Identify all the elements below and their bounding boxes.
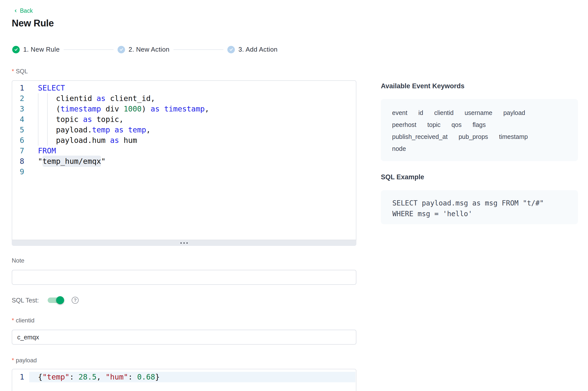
step-check-icon — [118, 46, 125, 53]
line-number: 5 — [12, 125, 29, 135]
payload-code-editor[interactable]: 1{"temp": 28.5, "hum": 0.68} — [12, 369, 356, 391]
event-keyword-item[interactable]: pub_props — [458, 133, 488, 141]
event-keyword-item[interactable]: id — [418, 109, 423, 117]
clientid-field-label: * clientid — [12, 317, 34, 324]
keywords-panel: eventidclientidusernamepayloadpeerhostto… — [381, 99, 578, 161]
code-line[interactable]: 4 topic as topic, — [12, 114, 356, 125]
step-label: 1. New Rule — [23, 46, 60, 53]
code-line[interactable]: 8"temp_hum/emqx" — [12, 156, 356, 167]
chevron-left-icon — [13, 9, 18, 13]
code-line[interactable]: 1SELECT — [12, 83, 356, 93]
code-text: payload.hum as hum — [29, 135, 137, 146]
sql-code-editor[interactable]: 1SELECT2 clientid as client_id,3 (timest… — [12, 80, 356, 240]
event-keyword-item[interactable]: clientid — [434, 109, 454, 117]
keywords-list: eventidclientidusernamepayloadpeerhostto… — [392, 109, 542, 153]
back-link[interactable]: Back — [13, 7, 33, 14]
code-line[interactable]: 2 clientid as client_id, — [12, 93, 356, 104]
line-number: 6 — [12, 135, 29, 146]
sql-test-label: SQL Test: — [12, 297, 39, 304]
clientid-input[interactable] — [12, 330, 356, 345]
sql-example-panel: SELECT payload.msg as msg FROM "t/#"WHER… — [381, 190, 578, 224]
step-check-icon — [227, 46, 235, 53]
line-number: 1 — [12, 372, 29, 382]
code-text — [29, 167, 38, 177]
required-asterisk: * — [12, 68, 14, 75]
step-label: 2. New Action — [129, 46, 169, 53]
code-line[interactable]: 6 payload.hum as hum — [12, 135, 356, 146]
step-item[interactable]: 3. Add Action — [227, 46, 278, 53]
event-keyword-item[interactable]: payload — [503, 109, 525, 117]
step-item[interactable]: 2. New Action — [118, 46, 169, 53]
step-label: 3. Add Action — [238, 46, 278, 53]
code-text: "temp_hum/emqx" — [29, 156, 106, 167]
code-text: payload.temp as temp, — [29, 125, 151, 135]
event-keyword-item[interactable]: event — [392, 109, 407, 117]
note-field-label: Note — [12, 257, 24, 264]
sql-test-row: SQL Test: ? — [12, 296, 79, 304]
event-keyword-item[interactable]: flags — [472, 121, 486, 129]
code-line[interactable]: 5 payload.temp as temp, — [12, 125, 356, 135]
code-text: (timestamp div 1000) as timestamp, — [29, 104, 209, 114]
line-number: 2 — [12, 93, 29, 104]
event-keyword-item[interactable]: username — [464, 109, 492, 117]
payload-field-label: * payload — [12, 357, 37, 364]
help-icon[interactable]: ? — [72, 297, 79, 304]
event-keyword-item[interactable]: peerhost — [392, 121, 416, 129]
line-number: 7 — [12, 146, 29, 156]
step-connector — [64, 49, 114, 50]
toggle-knob — [56, 296, 64, 304]
editor-resize-handle[interactable] — [12, 240, 356, 246]
step-item[interactable]: 1. New Rule — [12, 46, 60, 53]
required-asterisk: * — [12, 357, 14, 364]
event-keyword-item[interactable]: timestamp — [499, 133, 528, 141]
line-number: 8 — [12, 156, 29, 167]
page-title: New Rule — [12, 18, 54, 29]
code-text: FROM — [29, 146, 56, 156]
code-text: {"temp": 28.5, "hum": 0.68} — [29, 372, 160, 382]
line-number: 3 — [12, 104, 29, 114]
code-line[interactable]: 1{"temp": 28.5, "hum": 0.68} — [12, 372, 356, 382]
code-text: topic as topic, — [29, 114, 124, 125]
sql-field-label: * SQL — [12, 68, 28, 75]
event-keyword-item[interactable]: qos — [451, 121, 461, 129]
event-keyword-item[interactable]: node — [392, 145, 406, 153]
code-text: SELECT — [29, 83, 65, 93]
sql-example-line: WHERE msg = 'hello' — [392, 208, 578, 219]
line-number: 4 — [12, 114, 29, 125]
resize-dots-icon — [180, 242, 182, 244]
step-check-icon — [12, 46, 20, 53]
line-number: 1 — [12, 83, 29, 93]
code-line[interactable]: 3 (timestamp div 1000) as timestamp, — [12, 104, 356, 114]
sql-test-toggle[interactable] — [48, 297, 64, 303]
note-input[interactable] — [12, 270, 356, 285]
step-connector — [173, 49, 223, 50]
sql-example-title: SQL Example — [381, 173, 424, 181]
event-keyword-item[interactable]: topic — [427, 121, 441, 129]
sql-example-line: SELECT payload.msg as msg FROM "t/#" — [392, 198, 578, 208]
required-asterisk: * — [12, 317, 14, 324]
back-label: Back — [20, 7, 33, 14]
keywords-panel-title: Available Event Keywords — [381, 82, 464, 90]
code-line[interactable]: 7FROM — [12, 146, 356, 156]
code-text: clientid as client_id, — [29, 93, 155, 104]
event-keyword-item[interactable]: publish_received_at — [392, 133, 447, 141]
line-number: 9 — [12, 167, 29, 177]
code-line[interactable]: 9 — [12, 167, 356, 177]
steps-bar: 1. New Rule2. New Action3. Add Action — [12, 46, 278, 53]
